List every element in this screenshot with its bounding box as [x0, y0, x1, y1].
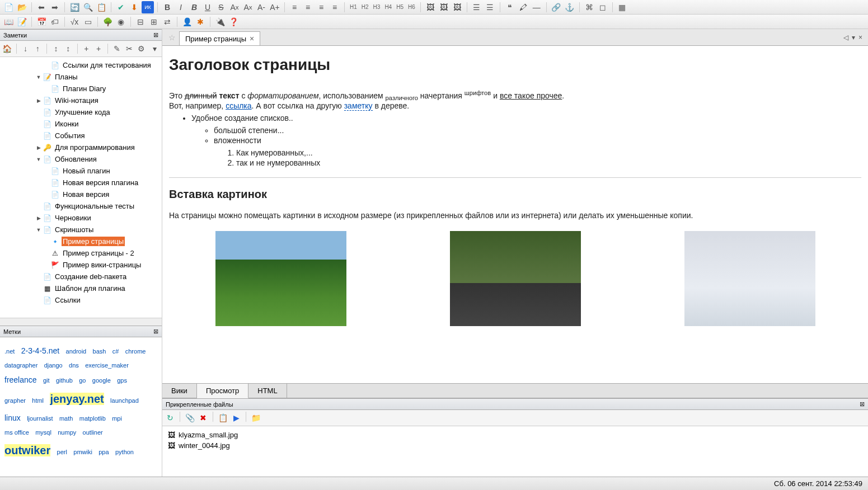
tree-node[interactable]: 📄Функциональные тесты [0, 200, 162, 212]
book-icon[interactable]: 📖 [2, 16, 15, 28]
user-icon[interactable]: 👤 [181, 16, 193, 28]
image2-icon[interactable]: 🖼 [438, 1, 450, 13]
h5-button[interactable]: H5 [395, 4, 405, 10]
list-ul-icon[interactable]: ☰ [471, 1, 483, 13]
refresh-icon[interactable]: 🔄 [68, 1, 81, 13]
add-child-icon[interactable]: + [93, 43, 104, 55]
sort-icon[interactable]: ↕ [50, 43, 62, 55]
tree-node[interactable]: 🚩Пример вики-страницы [0, 259, 162, 271]
delete-page-icon[interactable]: ✂ [124, 43, 135, 55]
tag[interactable]: bash [93, 348, 106, 355]
notes-tree[interactable]: 📄Ссылки для тестирования▼📝Планы📄Плагин D… [0, 57, 162, 318]
attachment-item[interactable]: 🖼klyazma_small.jpg [166, 430, 865, 440]
expand-icon[interactable]: ⊞ [148, 16, 160, 28]
list-ol-icon[interactable]: ☰ [484, 1, 496, 13]
props-icon[interactable]: 📋 [95, 1, 107, 13]
favorite-icon[interactable]: ☆ [167, 32, 177, 43]
h6-button[interactable]: H6 [406, 4, 417, 10]
tag[interactable]: c# [112, 348, 119, 355]
tree-node[interactable]: 📄События [0, 130, 162, 142]
new-icon[interactable]: 📄 [2, 1, 15, 13]
tree-node[interactable]: ▼📄Обновления [0, 153, 162, 165]
notes-panel-close-icon[interactable]: ⊠ [153, 31, 158, 39]
tab-wiki[interactable]: Вики [162, 384, 197, 398]
tag[interactable]: ms office [4, 429, 29, 436]
image3-icon[interactable]: 🖼 [451, 1, 463, 13]
tag[interactable]: google [92, 377, 111, 384]
tab-preview[interactable]: Просмотр [197, 384, 248, 398]
tag[interactable]: mpi [112, 415, 122, 422]
tag[interactable]: github [56, 377, 73, 384]
tree-node[interactable]: 📄Иконки [0, 118, 162, 130]
h2-button[interactable]: H2 [360, 4, 370, 10]
move-down-icon[interactable]: ↓ [20, 43, 31, 55]
anchor-icon[interactable]: ⚓ [564, 1, 576, 13]
tree-node[interactable]: ▼📝Планы [0, 71, 162, 83]
bug-icon[interactable]: ✱ [194, 16, 207, 28]
tab-prev-icon[interactable]: ◁ [843, 34, 848, 41]
tag[interactable]: go [79, 377, 86, 384]
content-link-1[interactable]: ссылка [226, 101, 251, 110]
h3-button[interactable]: H3 [372, 4, 382, 10]
tag[interactable]: linux [4, 413, 21, 422]
open-icon[interactable]: 📂 [16, 1, 28, 13]
tag-icon[interactable]: 🏷 [49, 16, 61, 28]
tab-menu-icon[interactable]: ▾ [852, 34, 855, 41]
image-icon[interactable]: 🖼 [424, 1, 437, 13]
tag[interactable]: ppa [98, 449, 109, 455]
page-props-icon[interactable]: ⚙ [135, 43, 147, 55]
spell-icon[interactable]: ✔ [115, 1, 127, 13]
italic-icon[interactable]: I [175, 1, 187, 13]
tree-node[interactable]: 🔹Пример страницы [0, 235, 162, 247]
align-right-icon[interactable]: ≡ [315, 1, 327, 13]
bold-italic-icon[interactable]: B [188, 1, 200, 13]
tree-node[interactable]: ⚠Пример страницы - 2 [0, 247, 162, 259]
node-icon[interactable]: ◉ [115, 16, 127, 28]
tag[interactable]: jenyay.net [50, 393, 104, 405]
link-icon[interactable]: 🔗 [550, 1, 562, 13]
tag[interactable]: git [43, 377, 50, 384]
attachment-item[interactable]: 🖼winter_0044.jpg [166, 440, 865, 451]
content-link-2[interactable]: заметку [344, 101, 373, 111]
plugin-icon[interactable]: 🔌 [214, 16, 226, 28]
attach-refresh-icon[interactable]: ↻ [164, 412, 176, 424]
font-minus-icon[interactable]: A- [255, 1, 268, 13]
tag[interactable]: perl [57, 449, 67, 455]
attachments-close-icon[interactable]: ⊠ [860, 401, 865, 408]
tab-html[interactable]: HTML [248, 384, 287, 398]
move-up-icon[interactable]: ↑ [32, 43, 43, 55]
formula-icon[interactable]: √x [68, 16, 81, 28]
code-icon[interactable]: ⌘ [583, 1, 595, 13]
bold-icon[interactable]: B [161, 1, 173, 13]
forward-icon[interactable]: ➡ [49, 1, 61, 13]
tag[interactable]: pmwiki [73, 449, 92, 455]
tree-node[interactable]: 📄Ссылки [0, 294, 162, 306]
wiki-icon[interactable]: ИК [142, 1, 154, 13]
tag[interactable]: datagrapher [4, 362, 37, 369]
home-icon[interactable]: 🏠 [2, 43, 13, 55]
help-icon[interactable]: ❓ [227, 16, 240, 28]
quote-icon[interactable]: ❝ [504, 1, 516, 13]
tree-node[interactable]: 📄Новая версия [0, 189, 162, 200]
notes-more-icon[interactable]: ▾ [149, 43, 160, 55]
color-icon[interactable]: 🖍 [517, 1, 529, 13]
back-icon[interactable]: ⬅ [35, 1, 48, 13]
tab-close-icon[interactable]: × [250, 34, 254, 43]
tag[interactable]: exercise_maker [85, 362, 129, 369]
tag[interactable]: math [59, 415, 73, 422]
sup-icon[interactable]: Ax [242, 1, 254, 13]
tag[interactable]: matplotlib [79, 415, 106, 422]
tag[interactable]: python [115, 449, 134, 455]
tree-node[interactable]: ▶📄Wiki-нотация [0, 95, 162, 106]
tree-node[interactable]: 📄Новый плагин [0, 165, 162, 177]
tag[interactable]: launchpad [110, 397, 139, 404]
tag[interactable]: android [66, 348, 87, 355]
align-left-icon[interactable]: ≡ [288, 1, 301, 13]
tree-node[interactable]: 📄Новая версия плагина [0, 177, 162, 189]
tag[interactable]: .net [4, 348, 15, 355]
tree-node[interactable]: 📄Ссылки для тестирования [0, 59, 162, 71]
tag[interactable]: html [32, 397, 44, 404]
tree-node[interactable]: 📄Плагин Diary [0, 83, 162, 95]
tag[interactable]: dns [69, 362, 79, 369]
tree-node[interactable]: ▶🔑Для программирования [0, 142, 162, 153]
